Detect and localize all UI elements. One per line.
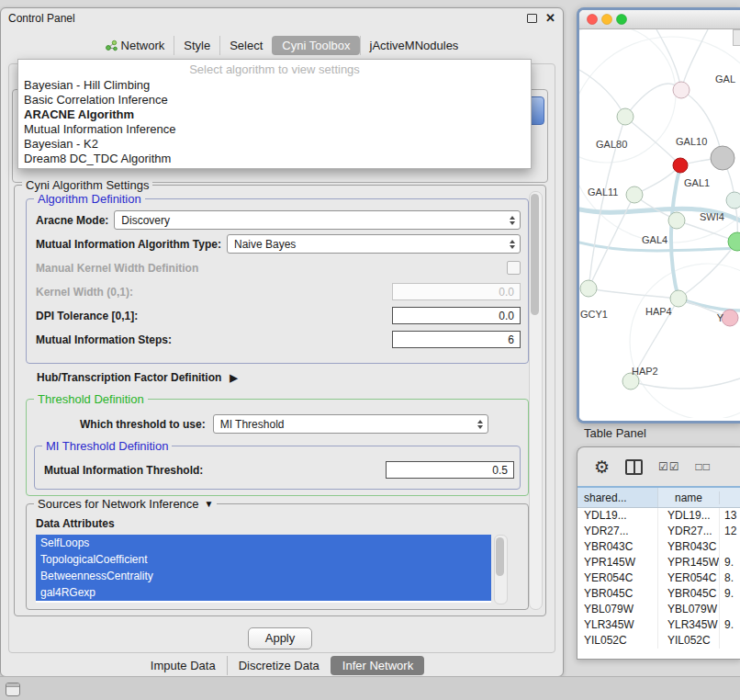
dropdown-option-basic-correlation[interactable]: Basic Correlation Inference <box>18 93 531 107</box>
select-all-checkboxes-icon[interactable]: ☑☑ <box>658 460 680 473</box>
minimize-window-icon[interactable] <box>602 15 612 25</box>
close-window-icon[interactable] <box>588 15 598 25</box>
cell-shared: YIL052C <box>577 633 658 649</box>
table-row[interactable]: YDR27...YDR27...12 <box>577 524 740 539</box>
table-row[interactable]: YLR345WYLR345W9. <box>577 617 740 633</box>
table-row[interactable]: YBL079WYBL079W <box>577 602 740 617</box>
network-node[interactable] <box>711 146 734 170</box>
list-item[interactable]: BetweennessCentrality <box>36 568 491 584</box>
bottom-tab-bar: Impute Data Discretize Data Infer Networ… <box>1 656 563 675</box>
algorithm-definition-rows: Aracne Mode: Discovery Mutual Informatio… <box>36 210 521 349</box>
cell-shared: YBR043C <box>577 539 658 555</box>
cell-shared: YER054C <box>577 570 658 586</box>
dpi-tolerance-field[interactable]: 0.0 <box>392 307 521 324</box>
list-item[interactable]: gal4RGexp <box>36 584 491 601</box>
dropdown-option-aracne[interactable]: ARACNE Algorithm <box>18 107 531 122</box>
dropdown-option-dream8[interactable]: Dream8 DC_TDC Algorithm <box>18 152 531 166</box>
dropdown-option-mutual-information[interactable]: Mutual Information Inference <box>18 122 531 137</box>
tab-cyni-toolbox[interactable]: Cyni Toolbox <box>272 36 359 55</box>
dpi-tolerance-label: DPI Tolerance [0,1]: <box>36 310 138 322</box>
float-panel-icon[interactable] <box>527 14 537 23</box>
which-threshold-combobox[interactable]: MI Threshold <box>213 414 488 434</box>
network-node[interactable] <box>580 280 597 297</box>
algorithm-definition-title: Algorithm Definition <box>34 192 145 206</box>
network-node[interactable] <box>617 108 633 125</box>
list-item[interactable]: TopologicalCoefficient <box>36 551 491 568</box>
hub-section-label: Hub/Transcription Factor Definition <box>37 371 221 384</box>
control-panel-tab-bar: Network Style Select Cyni Toolbox jActiv… <box>1 36 563 55</box>
scrollbar-fragment[interactable] <box>733 29 740 46</box>
node-label: GAL4 <box>642 234 667 245</box>
network-window-titlebar[interactable] <box>579 10 740 29</box>
data-attributes-label: Data Attributes <box>36 517 115 530</box>
list-item[interactable]: SelfLoops <box>36 535 491 551</box>
algorithm-definition-group: Algorithm Definition Aracne Mode: Discov… <box>26 198 529 364</box>
close-panel-icon[interactable]: ✕ <box>545 13 555 24</box>
mi-algorithm-row: Mutual Information Algorithm Type: Naive… <box>36 234 521 254</box>
tab-select[interactable]: Select <box>219 36 272 55</box>
tab-label: jActiveMNodules <box>370 39 459 52</box>
mi-steps-field[interactable]: 6 <box>392 331 521 348</box>
tab-discretize-data[interactable]: Discretize Data <box>227 656 331 675</box>
table-panel-title: Table Panel <box>584 426 646 440</box>
sources-title-row[interactable]: Sources for Network Inference ▼ <box>34 497 217 511</box>
tab-infer-network[interactable]: Infer Network <box>331 656 424 675</box>
zoom-window-icon[interactable] <box>617 15 627 25</box>
sources-title: Sources for Network Inference <box>38 497 199 511</box>
table-row[interactable]: YPR145WYPR145W9. <box>577 555 740 570</box>
network-node[interactable] <box>673 158 688 173</box>
tab-jactivemnodules[interactable]: jActiveMNodules <box>360 36 468 55</box>
settings-scrollbar[interactable] <box>529 191 543 610</box>
mi-threshold-field[interactable]: 0.5 <box>386 461 514 479</box>
network-node[interactable] <box>722 310 738 326</box>
attributes-list-scrollbar[interactable] <box>494 535 508 604</box>
table-toolbar: ⚙ ☑☑ □□ <box>577 447 740 486</box>
cell-name: YDR27... <box>658 524 720 539</box>
table-row[interactable]: YER054CYER054C8. <box>577 570 740 586</box>
table-row[interactable]: YBR045CYBR045C9. <box>577 586 740 602</box>
network-graph[interactable]: GAL GAL80 GAL10 GAL11 GAL1 SWI4 GAL4 GCY… <box>579 29 740 418</box>
column-header-name[interactable]: name <box>658 491 720 504</box>
network-node[interactable] <box>626 186 643 203</box>
dropdown-option-bayesian-hill-climbing[interactable]: Bayesian - Hill Climbing <box>18 78 531 93</box>
network-view-window[interactable]: GAL GAL80 GAL10 GAL11 GAL1 SWI4 GAL4 GCY… <box>577 7 740 423</box>
manual-kernel-label: Manual Kernel Width Definition <box>36 262 198 275</box>
tab-impute-data[interactable]: Impute Data <box>140 656 227 675</box>
which-threshold-label: Which threshold to use: <box>80 418 206 431</box>
docked-panel-icon[interactable] <box>6 683 20 696</box>
column-header-shared[interactable]: shared... <box>577 488 658 507</box>
deselect-all-checkboxes-icon[interactable]: □□ <box>696 460 712 473</box>
aracne-mode-combobox[interactable]: Discovery <box>114 210 521 230</box>
table-row[interactable]: YDL19...YDL19...13 <box>577 508 740 524</box>
network-node[interactable] <box>673 82 690 98</box>
desktop-background: { "colors": { "selection": "#3b6fd6" }, … <box>0 0 740 700</box>
cell-name: YIL052C <box>658 633 720 649</box>
network-node[interactable] <box>670 290 687 307</box>
attributes-list-scrollbar-thumb[interactable] <box>496 537 504 576</box>
tab-network[interactable]: Network <box>96 36 174 55</box>
dpi-tolerance-row: DPI Tolerance [0,1]: 0.0 <box>36 306 521 325</box>
hub-section-toggle[interactable]: Hub/Transcription Factor Definition ▶ <box>37 371 238 384</box>
dropdown-option-bayesian-k2[interactable]: Bayesian - K2 <box>18 137 531 152</box>
kernel-width-field: 0.0 <box>392 283 521 300</box>
columns-icon[interactable] <box>625 459 643 475</box>
mi-steps-label: Mutual Information Steps: <box>36 333 172 346</box>
mi-algorithm-combobox[interactable]: Naive Bayes <box>227 234 521 254</box>
apply-button[interactable]: Apply <box>248 627 312 649</box>
cell-extra <box>720 602 740 617</box>
network-node[interactable] <box>726 192 740 209</box>
tab-style[interactable]: Style <box>174 36 219 55</box>
tab-label: Cyni Toolbox <box>282 39 350 52</box>
network-node[interactable] <box>668 212 685 229</box>
network-canvas-area[interactable]: GAL GAL80 GAL10 GAL11 GAL1 SWI4 GAL4 GCY… <box>579 29 740 421</box>
settings-scrollbar-thumb[interactable] <box>531 194 539 315</box>
node-label: HAP2 <box>632 366 658 377</box>
table-row[interactable]: YBR043CYBR043C <box>577 539 740 555</box>
mi-threshold-label: Mutual Information Threshold: <box>44 464 203 477</box>
table-panel-window: ⚙ ☑☑ □□ shared... name YDL19...YDL19...1… <box>577 446 740 660</box>
manual-kernel-checkbox[interactable] <box>507 261 521 275</box>
data-attributes-list[interactable]: SelfLoops TopologicalCoefficient Between… <box>36 535 491 603</box>
table-row[interactable]: YIL052CYIL052C <box>577 633 740 649</box>
settings-gear-icon[interactable]: ⚙ <box>594 458 610 476</box>
kernel-width-row: Kernel Width (0,1): 0.0 <box>36 282 521 301</box>
